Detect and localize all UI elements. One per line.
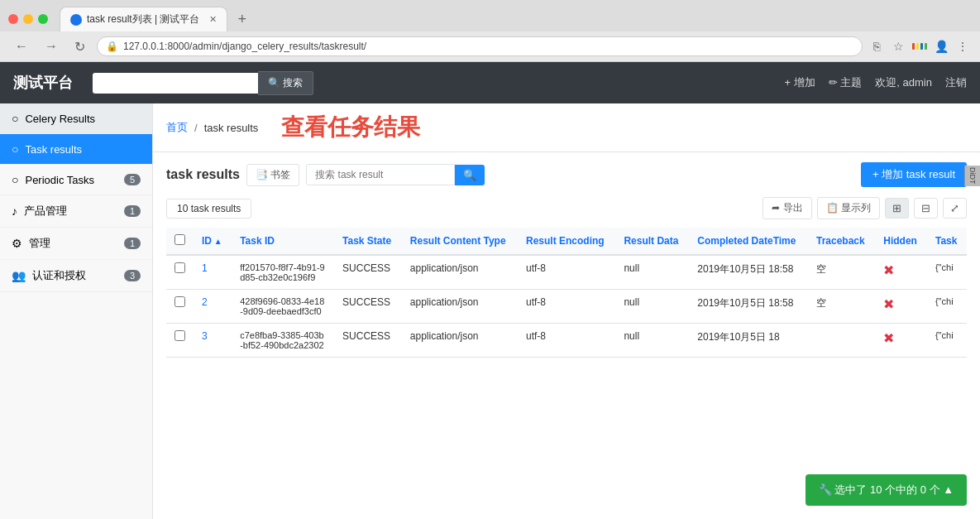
row1-encoding: utf-8 xyxy=(518,255,615,290)
add-task-result-button[interactable]: + 增加 task result xyxy=(861,162,967,187)
view-expand-button[interactable]: ⤢ xyxy=(943,198,967,219)
sidebar-section-celery-results[interactable]: ○ Celery Results xyxy=(0,103,152,134)
welcome-label: 欢迎, admin xyxy=(875,75,932,90)
header-right: + 增加 ✏ 主题 欢迎, admin 注销 xyxy=(785,75,967,90)
traffic-lights xyxy=(8,14,48,24)
management-label: 管理 xyxy=(29,236,117,251)
refresh-button[interactable]: ↻ xyxy=(69,37,90,56)
header-search: 🔍 搜索 xyxy=(93,71,313,95)
maximize-traffic-light[interactable] xyxy=(38,14,48,24)
menu-icon[interactable]: ⋮ xyxy=(955,39,970,54)
row2-encoding: utf-8 xyxy=(518,290,615,324)
th-task[interactable]: Task xyxy=(927,228,967,255)
row3-state: SUCCESS xyxy=(334,324,402,358)
theme-button-header[interactable]: ✏ 主题 xyxy=(829,75,863,90)
close-traffic-light[interactable] xyxy=(8,14,18,24)
result-bar: 10 task results ➦ 导出 📋 显示列 ⊞ ⊟ ⤢ xyxy=(166,197,967,219)
breadcrumb-separator: / xyxy=(194,122,198,134)
sidebar-item-task-results[interactable]: ○ Task results xyxy=(0,134,152,165)
profile-icon[interactable]: 👤 xyxy=(934,39,949,54)
header-search-input[interactable] xyxy=(93,73,258,94)
search-submit-button[interactable]: 🔍 xyxy=(455,165,485,185)
periodic-tasks-icon: ○ xyxy=(12,173,18,186)
back-button[interactable]: ← xyxy=(10,37,33,55)
bookmark-icon[interactable]: ☆ xyxy=(891,39,906,54)
row3-traceback xyxy=(808,324,875,358)
main-layout: ○ Celery Results ○ Task results ○ Period… xyxy=(0,103,980,519)
table-body: 1 ff201570-f8f7-4b91-9d85-cb32e0c196f9 S… xyxy=(166,255,967,358)
management-badge: 1 xyxy=(124,238,141,249)
table-row: 2 428f9696-0833-4e18-9d09-deebaedf3cf0 S… xyxy=(166,290,967,324)
page-title-cn: 查看任务结果 xyxy=(281,112,420,143)
extensions-icon[interactable] xyxy=(912,39,927,54)
product-badge: 1 xyxy=(124,205,141,217)
sidebar-item-periodic-tasks[interactable]: ○ Periodic Tasks 5 xyxy=(0,165,152,195)
task-results-label: Task results xyxy=(25,143,141,156)
th-traceback[interactable]: Traceback xyxy=(808,228,875,255)
sidebar-item-product[interactable]: ♪ 产品管理 1 xyxy=(0,195,152,228)
breadcrumb-bar: 首页 / task results 查看任务结果 xyxy=(153,103,980,152)
th-result-data[interactable]: Result Data xyxy=(615,228,689,255)
th-result-content-type[interactable]: Result Content Type xyxy=(402,228,518,255)
th-task-state[interactable]: Task State xyxy=(334,228,402,255)
row1-hidden[interactable]: ✖ xyxy=(875,255,927,290)
th-task-id[interactable]: Task ID xyxy=(232,228,334,255)
minimize-traffic-light[interactable] xyxy=(23,14,33,24)
row3-data: null xyxy=(615,324,689,358)
table-row: 1 ff201570-f8f7-4b91-9d85-cb32e0c196f9 S… xyxy=(166,255,967,290)
auth-label: 认证和授权 xyxy=(32,268,117,283)
export-button[interactable]: ➦ 导出 xyxy=(762,197,811,219)
tab-bar: task result列表 | 测试平台 ✕ + xyxy=(0,0,980,31)
auth-icon: 👥 xyxy=(12,269,26,282)
row3-task: {"chi xyxy=(927,324,967,358)
selection-bar[interactable]: 🔧 选中了 10 个中的 0 个 ▲ xyxy=(806,474,967,506)
periodic-tasks-label: Periodic Tasks xyxy=(25,174,117,186)
view-grid-button[interactable]: ⊞ xyxy=(885,198,909,219)
tab-label: task result列表 | 测试平台 xyxy=(87,12,199,26)
table-header: ID Task ID Task State Result Content Typ… xyxy=(166,228,967,255)
bookmark-button[interactable]: 📑 书签 xyxy=(246,164,299,186)
th-completed-datetime[interactable]: Completed DateTime xyxy=(689,228,808,255)
row2-checkbox[interactable] xyxy=(166,290,194,324)
forward-button[interactable]: → xyxy=(40,37,63,55)
th-id[interactable]: ID xyxy=(194,228,232,255)
auth-badge: 3 xyxy=(124,270,141,281)
sidebar-item-auth[interactable]: 👥 认证和授权 3 xyxy=(0,260,152,292)
th-result-encoding[interactable]: Result Encoding xyxy=(518,228,615,255)
th-hidden[interactable]: Hidden xyxy=(875,228,927,255)
row1-checkbox[interactable] xyxy=(166,255,194,290)
row2-data: null xyxy=(615,290,689,324)
search-input[interactable] xyxy=(306,164,455,185)
select-all-checkbox[interactable] xyxy=(174,234,185,245)
management-icon: ⚙ xyxy=(12,237,22,250)
app-header: 测试平台 🔍 搜索 + 增加 ✏ 主题 欢迎, admin 注销 xyxy=(0,62,980,103)
product-label: 产品管理 xyxy=(24,204,117,219)
row3-checkbox[interactable] xyxy=(166,324,194,358)
row3-completed: 2019年10月5日 18 xyxy=(689,324,808,358)
periodic-tasks-badge: 5 xyxy=(124,174,141,185)
sidebar-item-management[interactable]: ⚙ 管理 1 xyxy=(0,228,152,260)
tab-close-button[interactable]: ✕ xyxy=(209,14,217,25)
breadcrumb-current: task results xyxy=(204,122,259,134)
celery-results-label: Celery Results xyxy=(25,113,141,125)
screen-share-icon[interactable]: ⎘ xyxy=(869,39,884,54)
display-columns-button[interactable]: 📋 显示列 xyxy=(817,197,880,219)
main-content: task results 📑 书签 🔍 + 增加 task result 10 … xyxy=(153,152,980,519)
add-button-header[interactable]: + 增加 xyxy=(785,75,815,90)
toolbar: task results 📑 书签 🔍 + 增加 task result xyxy=(166,162,967,187)
breadcrumb-home[interactable]: 首页 xyxy=(166,120,188,135)
row3-hidden[interactable]: ✖ xyxy=(875,324,927,358)
row1-task-id: ff201570-f8f7-4b91-9d85-cb32e0c196f9 xyxy=(232,255,334,290)
address-input[interactable]: 🔒 127.0.0.1:8000/admin/django_celery_res… xyxy=(97,36,863,56)
view-list-button[interactable]: ⊟ xyxy=(914,198,938,219)
th-checkbox xyxy=(166,228,194,255)
content-area: 首页 / task results 查看任务结果 task results 📑 … xyxy=(153,103,980,519)
header-search-button[interactable]: 🔍 搜索 xyxy=(258,71,313,95)
row2-hidden[interactable]: ✖ xyxy=(875,290,927,324)
new-tab-button[interactable]: + xyxy=(231,7,253,31)
row2-state: SUCCESS xyxy=(334,290,402,324)
active-tab[interactable]: task result列表 | 测试平台 ✕ xyxy=(60,7,227,31)
row3-content-type: application/json xyxy=(402,324,518,358)
result-count: 10 task results xyxy=(166,199,251,219)
logout-button[interactable]: 注销 xyxy=(945,75,967,90)
